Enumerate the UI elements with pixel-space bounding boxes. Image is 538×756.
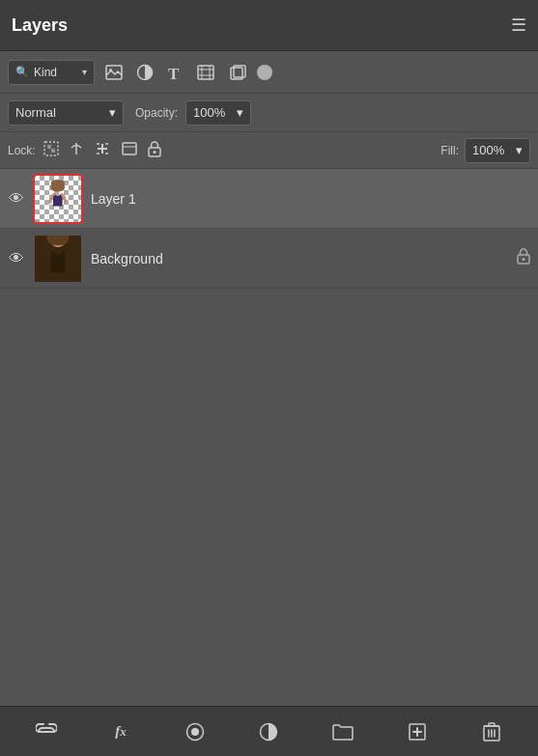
svg-point-24	[153, 151, 156, 154]
fx-label: fx	[115, 723, 127, 740]
kind-chevron: ▾	[82, 67, 87, 77]
fill-chevron: ▾	[516, 143, 523, 157]
lock-fill-toolbar: Lock:	[0, 132, 538, 169]
blend-mode-value: Normal	[15, 105, 56, 120]
opacity-dropdown[interactable]: 100% ▾	[185, 100, 251, 126]
lock-transparency-btn[interactable]	[42, 139, 61, 161]
opacity-label: Opacity:	[135, 106, 178, 120]
svg-point-33	[191, 728, 199, 736]
smart-filter-btn[interactable]	[226, 61, 249, 84]
background-lock-icon	[517, 248, 530, 268]
layer-row[interactable]: 👁 Background	[0, 229, 538, 289]
blend-chevron: ▾	[109, 105, 116, 120]
filter-toolbar: 🔍 Kind ▾ T	[0, 51, 538, 94]
layer-name: Background	[91, 251, 507, 266]
opacity-value: 100%	[193, 105, 225, 120]
fill-dropdown[interactable]: 100% ▾	[465, 138, 530, 163]
lock-image-btn[interactable]	[67, 139, 86, 161]
kind-dropdown[interactable]: 🔍 Kind ▾	[8, 60, 95, 85]
search-icon: 🔍	[15, 66, 29, 78]
add-mask-btn[interactable]	[178, 714, 212, 749]
panel-title: Layers	[12, 15, 68, 36]
new-layer-btn[interactable]	[400, 714, 435, 749]
hamburger-icon[interactable]: ☰	[511, 14, 526, 36]
lock-position-btn[interactable]	[92, 139, 113, 161]
lock-label: Lock:	[8, 144, 36, 157]
layers-panel: Layers ☰ 🔍 Kind ▾ T	[0, 0, 538, 756]
link-layers-btn[interactable]	[29, 714, 64, 749]
new-group-btn[interactable]	[326, 714, 360, 749]
visibility-toggle[interactable]: 👁	[8, 250, 25, 267]
fill-value: 100%	[472, 143, 504, 157]
layer-thumbnail	[35, 236, 81, 282]
opacity-chevron: ▾	[237, 105, 243, 120]
visibility-toggle[interactable]: 👁	[8, 190, 25, 208]
layer-effects-btn[interactable]: fx	[103, 714, 138, 749]
delete-layer-btn[interactable]	[474, 714, 509, 749]
dot-icon	[257, 65, 272, 80]
blendmode-toolbar: Normal ▾ Opacity: 100% ▾	[0, 94, 538, 132]
adjustment-filter-btn[interactable]	[133, 61, 156, 84]
layers-list: 👁 Layer 1	[0, 169, 538, 462]
svg-point-29	[523, 258, 525, 261]
panel-header: Layers ☰	[0, 0, 538, 51]
layer-row[interactable]: 👁 Layer 1	[0, 169, 538, 229]
blend-mode-dropdown[interactable]: Normal ▾	[8, 100, 124, 126]
shape-filter-btn[interactable]	[193, 61, 218, 84]
svg-rect-12	[47, 145, 51, 149]
type-filter-btn[interactable]: T	[164, 61, 185, 84]
layer-name: Layer 1	[91, 191, 530, 207]
svg-text:T: T	[168, 65, 180, 81]
svg-rect-21	[123, 143, 136, 154]
new-adjustment-btn[interactable]	[251, 714, 286, 749]
lock-all-btn[interactable]	[146, 139, 163, 162]
lock-artboard-btn[interactable]	[119, 139, 140, 161]
svg-rect-4	[198, 66, 213, 79]
svg-rect-13	[51, 149, 55, 153]
image-filter-btn[interactable]	[102, 62, 126, 83]
bottom-toolbar: fx	[0, 706, 538, 756]
kind-label: Kind	[34, 66, 57, 79]
fill-label: Fill:	[440, 144, 459, 157]
layer-thumbnail	[35, 176, 81, 222]
